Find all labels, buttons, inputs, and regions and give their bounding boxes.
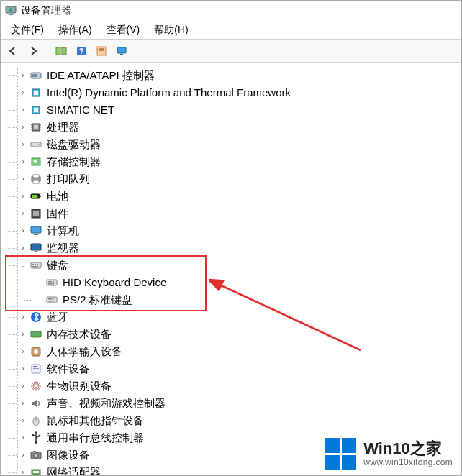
chevron-right-icon[interactable]: › bbox=[18, 157, 28, 167]
menu-file[interactable]: 文件(F) bbox=[4, 22, 51, 38]
chevron-right-icon[interactable]: › bbox=[18, 398, 28, 408]
svg-rect-64 bbox=[33, 368, 39, 369]
chevron-right-icon[interactable]: › bbox=[18, 122, 28, 132]
svg-rect-49 bbox=[50, 281, 52, 283]
svg-rect-8 bbox=[99, 48, 104, 50]
tree-node[interactable]: ›内存技术设备 bbox=[8, 326, 461, 343]
svg-rect-1 bbox=[9, 14, 13, 15]
scan-hardware-button[interactable] bbox=[112, 42, 131, 60]
tree-node-label: 内存技术设备 bbox=[47, 326, 112, 343]
firmware-icon bbox=[30, 207, 42, 220]
svg-rect-34 bbox=[40, 196, 41, 197]
device-tree[interactable]: ›IDE ATA/ATAPI 控制器›Intel(R) Dynamic Plat… bbox=[1, 63, 461, 475]
usb-icon bbox=[30, 431, 42, 444]
svg-point-73 bbox=[39, 435, 41, 437]
svg-point-71 bbox=[35, 441, 37, 444]
chevron-right-icon[interactable]: › bbox=[18, 191, 28, 201]
tree-node[interactable]: ›软件设备 bbox=[8, 360, 461, 377]
tree-node[interactable]: ›生物识别设备 bbox=[8, 377, 461, 395]
menu-action[interactable]: 操作(A) bbox=[51, 22, 99, 38]
tree-node-label: IDE ATA/ATAPI 控制器 bbox=[47, 67, 155, 84]
svg-rect-9 bbox=[99, 50, 104, 51]
tree-node[interactable]: ›打印队列 bbox=[8, 170, 461, 188]
arrow-left-icon bbox=[7, 45, 19, 57]
chevron-right-icon[interactable]: › bbox=[18, 416, 28, 426]
menu-help[interactable]: 帮助(H) bbox=[147, 22, 195, 38]
storage-controller-icon bbox=[30, 155, 42, 168]
tree-node[interactable]: ›人体学输入设备 bbox=[8, 343, 461, 360]
svg-rect-54 bbox=[50, 298, 52, 300]
nav-back-button[interactable] bbox=[4, 42, 22, 60]
chevron-right-icon[interactable]: › bbox=[18, 364, 28, 374]
svg-rect-37 bbox=[33, 211, 39, 216]
battery-icon bbox=[30, 190, 42, 203]
tree-leaf-spacer bbox=[34, 278, 44, 288]
chevron-right-icon[interactable]: › bbox=[18, 139, 28, 150]
nav-forward-button[interactable] bbox=[24, 42, 42, 60]
chevron-right-icon[interactable]: › bbox=[18, 243, 28, 253]
tree-node[interactable]: ⌄键盘 bbox=[8, 257, 461, 274]
chevron-right-icon[interactable]: › bbox=[18, 433, 28, 443]
tree-node-label: 处理器 bbox=[47, 119, 79, 136]
tree-node[interactable]: HID Keyboard Device bbox=[8, 274, 461, 291]
svg-rect-4 bbox=[62, 47, 66, 55]
tree-node[interactable]: ›IDE ATA/ATAPI 控制器 bbox=[8, 67, 461, 84]
svg-rect-65 bbox=[33, 370, 39, 370]
svg-rect-38 bbox=[31, 226, 41, 233]
tree-node[interactable]: ›声音、视频和游戏控制器 bbox=[8, 395, 461, 412]
tree-node-label: PS/2 标准键盘 bbox=[63, 291, 132, 308]
svg-point-67 bbox=[33, 383, 39, 389]
memory-icon bbox=[30, 328, 42, 341]
chevron-right-icon[interactable]: › bbox=[18, 347, 28, 357]
chevron-right-icon[interactable]: › bbox=[18, 450, 28, 460]
tree-node[interactable]: ›蓝牙 bbox=[8, 308, 461, 326]
properties-button[interactable] bbox=[92, 42, 111, 60]
svg-rect-78 bbox=[33, 471, 39, 473]
windows-logo-icon bbox=[325, 438, 356, 470]
chevron-right-icon[interactable]: › bbox=[18, 381, 28, 391]
tree-node[interactable]: ›磁盘驱动器 bbox=[8, 136, 461, 153]
watermark-url: www.win10xitong.com bbox=[363, 458, 453, 467]
chevron-right-icon[interactable]: › bbox=[18, 88, 28, 98]
tree-node[interactable]: ›存储控制器 bbox=[8, 153, 461, 170]
svg-rect-46 bbox=[32, 266, 38, 267]
help-button[interactable]: ? bbox=[72, 42, 91, 60]
tree-node[interactable]: ›计算机 bbox=[8, 222, 461, 239]
camera-icon bbox=[30, 449, 42, 462]
tree-node-label: 监视器 bbox=[47, 239, 79, 257]
disk-icon bbox=[30, 138, 42, 151]
chevron-right-icon[interactable]: › bbox=[18, 209, 28, 219]
chevron-right-icon[interactable]: › bbox=[18, 105, 28, 115]
show-hide-console-button[interactable] bbox=[52, 42, 71, 60]
chevron-right-icon[interactable]: › bbox=[18, 312, 28, 322]
svg-text:?: ? bbox=[79, 47, 84, 55]
svg-rect-11 bbox=[117, 47, 126, 53]
app-icon bbox=[5, 5, 17, 17]
device-manager-window: 设备管理器 文件(F) 操作(A) 查看(V) 帮助(H) ? bbox=[0, 0, 462, 476]
tree-node[interactable]: ›鼠标和其他指针设备 bbox=[8, 412, 461, 429]
svg-rect-18 bbox=[34, 108, 38, 112]
tree-node-label: 计算机 bbox=[47, 222, 79, 239]
chevron-right-icon[interactable]: › bbox=[18, 226, 28, 236]
tree-node[interactable]: ›监视器 bbox=[8, 239, 461, 257]
tree-node-label: 人体学输入设备 bbox=[47, 343, 122, 360]
svg-point-68 bbox=[35, 385, 37, 388]
chevron-right-icon[interactable]: › bbox=[18, 329, 28, 339]
toolbar-separator bbox=[47, 44, 47, 58]
menu-view[interactable]: 查看(V) bbox=[99, 22, 148, 38]
tree-node-label: 软件设备 bbox=[47, 360, 90, 377]
title-bar: 设备管理器 bbox=[1, 1, 461, 21]
chevron-right-icon[interactable]: › bbox=[18, 174, 28, 184]
tree-node[interactable]: PS/2 标准键盘 bbox=[8, 291, 461, 308]
tree-node[interactable]: ›SIMATIC NET bbox=[8, 101, 461, 119]
arrow-right-icon bbox=[27, 45, 39, 57]
tree-node[interactable]: ›电池 bbox=[8, 188, 461, 205]
tree-node[interactable]: ›Intel(R) Dynamic Platform and Thermal F… bbox=[8, 84, 461, 101]
chevron-down-icon[interactable]: ⌄ bbox=[18, 260, 28, 270]
chevron-right-icon[interactable]: › bbox=[18, 467, 28, 475]
svg-point-61 bbox=[34, 349, 38, 354]
tree-node[interactable]: ›处理器 bbox=[8, 119, 461, 136]
tree-node[interactable]: ›固件 bbox=[8, 205, 461, 222]
chevron-right-icon[interactable]: › bbox=[18, 70, 28, 81]
monitor-icon bbox=[30, 242, 42, 255]
